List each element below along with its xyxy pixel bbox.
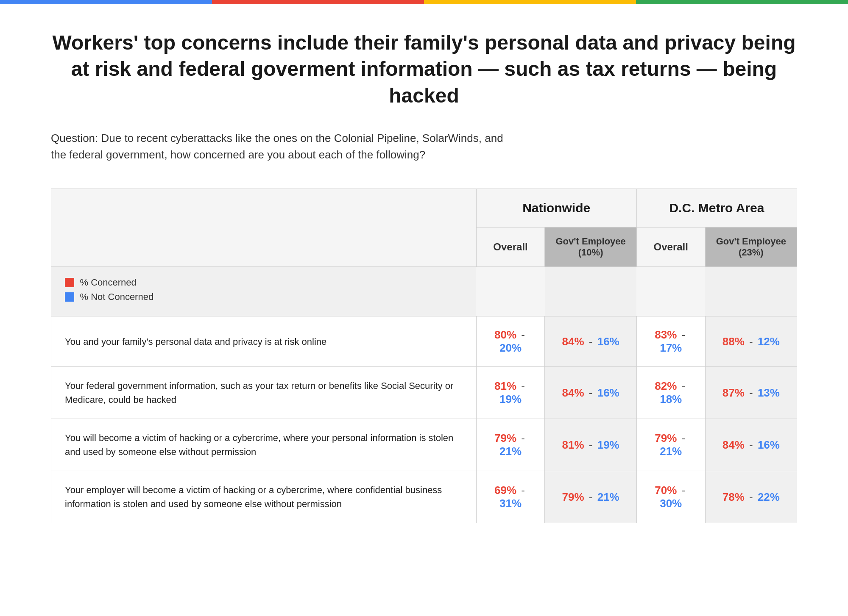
- not-concerned-value: 30%: [660, 497, 682, 510]
- separator: -: [746, 491, 756, 503]
- concerned-value: 84%: [562, 386, 584, 399]
- separator: -: [586, 491, 596, 503]
- question-cell-2: Your federal government information, suc…: [51, 367, 477, 419]
- not-concerned-value: 21%: [597, 491, 619, 503]
- top-bar-yellow: [424, 0, 636, 4]
- dc-overall-subheader: Overall: [636, 228, 705, 267]
- nationwide-overall-subheader: Overall: [476, 228, 545, 267]
- concerned-value: 88%: [722, 335, 745, 348]
- nationwide-gov-4: 79% - 21%: [545, 471, 636, 523]
- legend-not-concerned-label: % Not Concerned: [80, 291, 154, 302]
- separator: -: [678, 484, 685, 497]
- dc-gov-subheader: Gov't Employee (23%): [705, 228, 797, 267]
- concerned-value: 87%: [722, 386, 745, 399]
- dc-overall-3: 79% - 21%: [636, 419, 705, 471]
- table-row: Your federal government information, suc…: [51, 367, 797, 419]
- legend-concerned-label: % Concerned: [80, 277, 137, 288]
- legend-red-box: [65, 278, 74, 287]
- concerned-value: 79%: [562, 491, 584, 503]
- concerned-value: 78%: [722, 491, 745, 503]
- not-concerned-value: 19%: [597, 438, 619, 451]
- concerned-value: 79%: [494, 432, 516, 444]
- separator: -: [586, 386, 596, 399]
- legend-row: % Concerned % Not Concerned: [51, 267, 797, 316]
- nationwide-gov-1: 84% - 16%: [545, 316, 636, 367]
- main-title: Workers' top concerns include their fami…: [51, 30, 797, 109]
- nationwide-overall-3: 79% - 21%: [476, 419, 545, 471]
- dc-header: D.C. Metro Area: [636, 189, 797, 228]
- top-bar-green: [636, 0, 848, 4]
- not-concerned-value: 21%: [660, 445, 682, 458]
- separator: -: [586, 335, 596, 348]
- top-bar-red: [212, 0, 424, 4]
- legend-placeholder-2: [545, 267, 636, 316]
- not-concerned-value: 12%: [758, 335, 780, 348]
- separator: -: [518, 380, 525, 392]
- dc-gov-1: 88% - 12%: [705, 316, 797, 367]
- concerned-value: 81%: [562, 438, 584, 451]
- separator: -: [746, 438, 756, 451]
- separator: -: [518, 484, 525, 497]
- concerned-value: 83%: [655, 328, 677, 341]
- table-row: You will become a victim of hacking or a…: [51, 419, 797, 471]
- separator: -: [678, 328, 685, 341]
- not-concerned-value: 13%: [758, 386, 780, 399]
- separator: -: [586, 438, 596, 451]
- not-concerned-value: 18%: [660, 393, 682, 405]
- nationwide-gov-3: 81% - 19%: [545, 419, 636, 471]
- not-concerned-value: 31%: [499, 497, 522, 510]
- legend-placeholder-1: [476, 267, 545, 316]
- separator: -: [746, 386, 756, 399]
- dc-overall-4: 70% - 30%: [636, 471, 705, 523]
- not-concerned-value: 16%: [597, 386, 619, 399]
- concerned-value: 84%: [562, 335, 584, 348]
- not-concerned-value: 20%: [499, 341, 522, 354]
- dc-gov-2: 87% - 13%: [705, 367, 797, 419]
- separator: -: [678, 432, 685, 444]
- table-row: Your employer will become a victim of ha…: [51, 471, 797, 523]
- not-concerned-value: 22%: [758, 491, 780, 503]
- dc-overall-2: 82% - 18%: [636, 367, 705, 419]
- nationwide-header: Nationwide: [476, 189, 636, 228]
- nationwide-overall-4: 69% - 31%: [476, 471, 545, 523]
- separator: -: [518, 432, 525, 444]
- concerned-value: 84%: [722, 438, 745, 451]
- separator: -: [746, 335, 756, 348]
- dc-gov-3: 84% - 16%: [705, 419, 797, 471]
- empty-top-left: [51, 189, 477, 267]
- table-row: You and your family's personal data and …: [51, 316, 797, 367]
- legend-blue-box: [65, 292, 74, 302]
- legend-cell: % Concerned % Not Concerned: [51, 267, 477, 316]
- legend-placeholder-3: [636, 267, 705, 316]
- not-concerned-value: 16%: [758, 438, 780, 451]
- top-bar: [0, 0, 848, 4]
- concerned-value: 82%: [655, 380, 677, 392]
- concerned-value: 79%: [655, 432, 677, 444]
- question-cell-1: You and your family's personal data and …: [51, 316, 477, 367]
- legend-not-concerned: % Not Concerned: [65, 291, 463, 302]
- concerned-value: 70%: [655, 484, 677, 497]
- not-concerned-value: 17%: [660, 341, 682, 354]
- nationwide-overall-2: 81% - 19%: [476, 367, 545, 419]
- dc-overall-1: 83% - 17%: [636, 316, 705, 367]
- dc-gov-4: 78% - 22%: [705, 471, 797, 523]
- legend-placeholder-4: [705, 267, 797, 316]
- separator: -: [678, 380, 685, 392]
- not-concerned-value: 19%: [499, 393, 522, 405]
- concerned-value: 80%: [494, 328, 516, 341]
- nationwide-overall-1: 80% - 20%: [476, 316, 545, 367]
- not-concerned-value: 16%: [597, 335, 619, 348]
- section-header-row: Nationwide D.C. Metro Area: [51, 189, 797, 228]
- legend-concerned: % Concerned: [65, 277, 463, 288]
- separator: -: [518, 328, 525, 341]
- not-concerned-value: 21%: [499, 445, 522, 458]
- concerned-value: 69%: [494, 484, 516, 497]
- data-table: Nationwide D.C. Metro Area Overall Gov't…: [51, 189, 797, 523]
- nationwide-gov-subheader: Gov't Employee (10%): [545, 228, 636, 267]
- question-text: Question: Due to recent cyberattacks lik…: [51, 130, 517, 163]
- question-cell-4: Your employer will become a victim of ha…: [51, 471, 477, 523]
- question-cell-3: You will become a victim of hacking or a…: [51, 419, 477, 471]
- nationwide-gov-2: 84% - 16%: [545, 367, 636, 419]
- concerned-value: 81%: [494, 380, 516, 392]
- top-bar-blue: [0, 0, 212, 4]
